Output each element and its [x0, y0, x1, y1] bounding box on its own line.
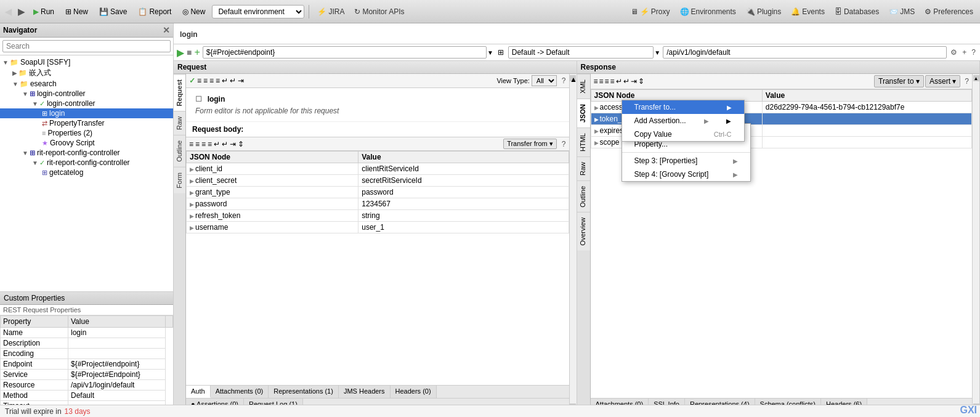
props-row[interactable]: Description — [1, 338, 173, 349]
submenu-item-copy-value[interactable]: Copy Value Ctrl-C — [622, 128, 744, 141]
req-align-right-icon[interactable]: ≡ — [209, 76, 214, 85]
submenu-item-transfer-to[interactable]: Transfer to... ▶ — [622, 100, 744, 114]
search-input[interactable] — [2, 40, 171, 52]
resource-info-icon[interactable]: ? — [970, 47, 977, 58]
new-button-1[interactable]: ⊞ New — [61, 5, 92, 18]
back-button[interactable]: ◀ — [3, 5, 14, 18]
report-button[interactable]: 📋 Report — [134, 5, 176, 18]
vtab-outline-response[interactable]: Outline — [577, 180, 590, 213]
view-type-select[interactable]: All — [532, 75, 557, 86]
save-button[interactable]: 💾 Save — [95, 5, 131, 18]
monitor-button[interactable]: ↻ Monitor APIs — [350, 6, 408, 18]
req-outdent-icon[interactable]: ↵ — [230, 76, 236, 85]
req-align-center-icon[interactable]: ≡ — [203, 76, 208, 85]
plugins-button[interactable]: 🔌 Plugins — [742, 6, 785, 18]
resp-indent-icon[interactable]: ↵ — [616, 77, 622, 86]
req-json-row[interactable]: ▶username user_1 — [187, 222, 569, 233]
req-json-row[interactable]: ▶client_secret secretRitServiceId — [187, 175, 569, 187]
forward-button[interactable]: ▶ — [16, 5, 26, 18]
req-json-row[interactable]: ▶client_id clientRitServiceId — [187, 163, 569, 175]
events-button[interactable]: 🔔 Events — [787, 6, 828, 18]
tree-item-groovy[interactable]: ★ Groovy Script — [0, 138, 173, 148]
props-row[interactable]: Encoding — [1, 349, 173, 359]
form-expand-icon[interactable]: ⇕ — [238, 140, 244, 148]
tree-item-soapui[interactable]: ▼ 📁 SoapUI [SSFY] — [0, 57, 173, 67]
vtab-form-request[interactable]: Form — [174, 167, 185, 193]
menu-item-step3[interactable]: Step 3: [Properties] — [622, 154, 750, 168]
props-row[interactable]: Name login — [1, 328, 173, 338]
url-input[interactable] — [203, 46, 487, 59]
props-row[interactable]: Endpoint ${#Project#endpoint} — [1, 359, 173, 370]
stop-button[interactable]: ■ — [187, 47, 192, 57]
play-button[interactable]: ▶ — [177, 47, 184, 59]
proxy-button[interactable]: 🖥 ⚡ Proxy — [627, 6, 674, 18]
resp-align-center-icon[interactable]: ≡ — [599, 77, 604, 86]
form-help-icon[interactable]: ? — [562, 140, 566, 148]
environments-button[interactable]: 🌐 Environments — [676, 6, 740, 18]
resp-format-icon[interactable]: ⇥ — [631, 77, 637, 86]
transfer-to-button[interactable]: Transfer to ▾ — [874, 75, 924, 87]
environment-select[interactable]: Default environment — [212, 5, 304, 18]
new-button-2[interactable]: ◎ New — [178, 5, 209, 18]
req-format-icon[interactable]: ⇥ — [238, 76, 244, 85]
resp-align-justify-icon[interactable]: ≡ — [610, 77, 615, 86]
submenu-item-add-assertion[interactable]: Add Assertion... ▶ — [622, 114, 744, 128]
run-button[interactable]: ▶ Run — [29, 5, 59, 18]
assert-button[interactable]: Assert ▾ — [925, 75, 960, 87]
transfer-from-btn[interactable]: Transfer from ▾ — [503, 139, 557, 149]
jira-button[interactable]: ⚡ JIRA — [314, 6, 348, 18]
tree-item-embedded[interactable]: ▶ 📁 嵌入式 — [0, 67, 173, 79]
env-input[interactable] — [508, 46, 654, 59]
resp-align-left-icon[interactable]: ≡ — [594, 77, 598, 86]
tree-item-login-ctrl[interactable]: ▼ ⊞ login-controller — [0, 89, 173, 99]
tab-headers[interactable]: Headers (0) — [391, 386, 437, 398]
resource-input[interactable] — [663, 46, 947, 59]
form-align-right-icon[interactable]: ≡ — [201, 140, 206, 148]
preferences-button[interactable]: ⚙ Preferences — [921, 6, 977, 18]
scroll-up-arrow[interactable]: ▲ — [570, 75, 576, 81]
tree-item-rit-ctrl[interactable]: ▼ ⊞ rit-report-config-controller — [0, 148, 173, 158]
resp-align-right-icon[interactable]: ≡ — [605, 77, 609, 86]
jms-button[interactable]: 📨 JMS — [885, 6, 918, 18]
props-row[interactable]: Service ${#Project#Endpoint} — [1, 370, 173, 380]
response-help-icon[interactable]: ? — [965, 77, 969, 86]
databases-button[interactable]: 🗄 Databases — [831, 6, 883, 18]
resource-add-icon[interactable]: + — [961, 47, 968, 58]
req-json-row[interactable]: ▶refresh_token string — [187, 210, 569, 222]
request-help-icon[interactable]: ? — [562, 76, 566, 85]
tree-item-login[interactable]: ⊞ login — [0, 108, 173, 118]
req-indent-icon[interactable]: ↵ — [222, 76, 228, 85]
vtab-xml[interactable]: XML — [577, 74, 590, 99]
tab-representations[interactable]: Representations (1) — [269, 386, 339, 398]
form-align-left-icon[interactable]: ≡ — [189, 140, 193, 148]
tree-item-esearch[interactable]: ▼ 📁 esearch — [0, 79, 173, 89]
env-dropdown-icon[interactable]: ▼ — [654, 49, 660, 56]
form-format-icon[interactable]: ⇥ — [230, 140, 236, 148]
resource-settings-icon[interactable]: ⚙ — [949, 47, 958, 58]
req-json-row[interactable]: ▶grant_type password — [187, 187, 569, 198]
vtab-raw-request[interactable]: Raw — [174, 111, 185, 135]
tree-item-login-ctrl2[interactable]: ▼ ✓ login-controller — [0, 99, 173, 108]
tab-attachments[interactable]: Attachments (0) — [211, 386, 269, 398]
resp-scroll-up[interactable]: ▲ — [973, 75, 979, 81]
tree-item-properties[interactable]: ≡ Properties (2) — [0, 128, 173, 138]
props-row[interactable]: Resource /api/v1/login/default — [1, 380, 173, 391]
tab-jms-headers[interactable]: JMS Headers — [339, 386, 391, 398]
req-json-row[interactable]: ▶password 1234567 — [187, 198, 569, 210]
tree-item-rit-ctrl2[interactable]: ▼ ✓ rit-report-config-controller — [0, 158, 173, 168]
tree-item-getcatelog[interactable]: ⊞ getcatelog — [0, 168, 173, 177]
form-align-center-icon[interactable]: ≡ — [195, 140, 200, 148]
req-align-left-icon[interactable]: ≡ — [197, 76, 201, 85]
tab-auth[interactable]: Auth — [186, 386, 211, 398]
vtab-html-response[interactable]: HTML — [577, 128, 590, 156]
tree-item-property-transfer[interactable]: ⇄ PropertyTransfer — [0, 118, 173, 128]
menu-item-step4[interactable]: Step 4: [Groovy Script] — [622, 168, 750, 181]
add-button[interactable]: + — [194, 47, 200, 58]
props-row[interactable]: Method Default — [1, 391, 173, 401]
url-dropdown-icon[interactable]: ▼ — [487, 49, 493, 56]
vtab-overview-response[interactable]: Overview — [577, 212, 590, 251]
vtab-request[interactable]: Request — [174, 74, 185, 111]
form-align-justify-icon[interactable]: ≡ — [208, 140, 212, 148]
vtab-json-response[interactable]: JSON — [577, 99, 590, 128]
req-align-justify-icon[interactable]: ≡ — [216, 76, 220, 85]
